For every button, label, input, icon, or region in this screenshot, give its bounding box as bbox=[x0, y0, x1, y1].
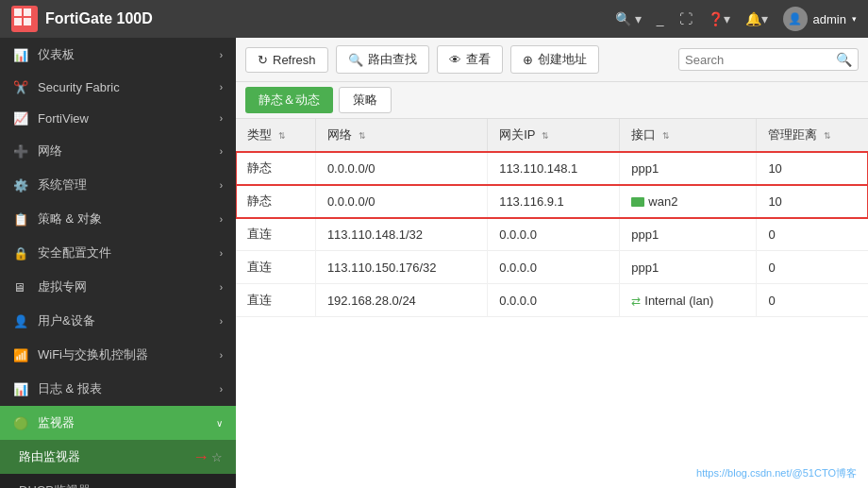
toolbar: ↻ Refresh 🔍 路由查找 👁 查看 ⊕ 创建地址 🔍 bbox=[236, 38, 868, 82]
fortigate-logo-icon bbox=[11, 6, 38, 32]
search-tool-btn[interactable]: 🔍 ▾ bbox=[615, 11, 642, 26]
sidebar-item-dashboard[interactable]: 📊 仪表板 › bbox=[0, 38, 236, 72]
sidebar-item-monitor[interactable]: 🟢 监视器 ∨ bbox=[0, 406, 236, 440]
policy-icon: 📋 bbox=[13, 212, 30, 227]
cell-distance: 10 bbox=[757, 185, 868, 218]
users-arrow-icon: › bbox=[220, 316, 223, 327]
tabs-row: 静态＆动态 策略 bbox=[236, 82, 868, 119]
col-iface[interactable]: 接口 ⇅ bbox=[620, 119, 757, 152]
sidebar-label-route-monitor: 路由监视器 bbox=[19, 448, 208, 465]
route-monitor-arrow-indicator: → bbox=[192, 447, 209, 467]
cell-gateway: 113.116.9.1 bbox=[488, 185, 620, 218]
sidebar-label-dashboard: 仪表板 bbox=[38, 46, 220, 63]
sidebar-label-wifi: WiFi与交换机控制器 bbox=[38, 346, 220, 363]
sort-type-icon: ⇅ bbox=[278, 131, 286, 141]
header-tools: 🔍 ▾ _ ⛶ ❓▾ 🔔▾ 👤 admin ▾ bbox=[615, 7, 857, 31]
col-distance[interactable]: 管理距离 ⇅ bbox=[757, 119, 868, 152]
cell-type: 直连 bbox=[236, 284, 315, 317]
refresh-label: Refresh bbox=[273, 53, 316, 67]
fullscreen-tool-btn[interactable]: ⛶ bbox=[679, 11, 693, 26]
favorite-star-icon[interactable]: ☆ bbox=[211, 450, 223, 464]
col-network[interactable]: 网络 ⇅ bbox=[315, 119, 487, 152]
view-icon: 👁 bbox=[449, 53, 461, 67]
bell-tool-btn[interactable]: 🔔▾ bbox=[745, 11, 768, 26]
main-content: ↻ Refresh 🔍 路由查找 👁 查看 ⊕ 创建地址 🔍 静态＆动态 bbox=[236, 38, 868, 488]
vpn-icon: 🖥 bbox=[13, 280, 30, 294]
table-row: 直连113.110.150.176/320.0.0.0ppp10 bbox=[236, 251, 868, 284]
sidebar-item-system[interactable]: ⚙️ 系统管理 › bbox=[0, 168, 236, 202]
svg-rect-4 bbox=[24, 18, 31, 25]
fortiview-icon: 📈 bbox=[13, 111, 30, 126]
sort-network-icon: ⇅ bbox=[359, 131, 366, 141]
user-menu[interactable]: 👤 admin ▾ bbox=[783, 7, 857, 31]
svg-rect-1 bbox=[14, 8, 22, 16]
sort-distance-icon: ⇅ bbox=[824, 131, 831, 141]
sidebar-label-system: 系统管理 bbox=[38, 177, 220, 194]
create-button[interactable]: ⊕ 创建地址 bbox=[510, 45, 599, 74]
cell-gateway: 0.0.0.0 bbox=[488, 251, 620, 284]
sidebar-item-fortiview[interactable]: 📈 FortiView › bbox=[0, 103, 236, 134]
iface-swap-icon: ⇄ bbox=[631, 294, 641, 308]
col-gateway[interactable]: 网关IP ⇅ bbox=[488, 119, 620, 152]
watermark: https://blog.csdn.net/@51CTO博客 bbox=[696, 466, 857, 480]
route-search-icon: 🔍 bbox=[348, 53, 363, 67]
sidebar-label-security-fabric: Security Fabric bbox=[38, 80, 220, 94]
table-row: 直连113.110.148.1/320.0.0.0ppp10 bbox=[236, 218, 868, 251]
cell-network: 113.110.148.1/32 bbox=[315, 218, 487, 251]
sidebar-item-wifi[interactable]: 📶 WiFi与交换机控制器 › bbox=[0, 338, 236, 372]
wifi-arrow-icon: › bbox=[220, 350, 223, 361]
cell-iface: ⇄Internal (lan) bbox=[620, 284, 757, 317]
sidebar-label-dhcp-monitor: DHCP监视器 bbox=[19, 482, 223, 488]
security-profile-arrow-icon: › bbox=[220, 248, 223, 259]
cell-gateway: 0.0.0.0 bbox=[488, 218, 620, 251]
cell-network: 192.168.28.0/24 bbox=[315, 284, 487, 317]
refresh-button[interactable]: ↻ Refresh bbox=[245, 47, 328, 73]
cell-distance: 0 bbox=[757, 251, 868, 284]
cell-type: 静态 bbox=[236, 152, 315, 185]
sidebar-item-vpn[interactable]: 🖥 虚拟专网 › bbox=[0, 270, 236, 304]
route-search-button[interactable]: 🔍 路由查找 bbox=[336, 45, 429, 74]
cell-network: 0.0.0.0/0 bbox=[315, 152, 487, 185]
policy-arrow-icon: › bbox=[220, 214, 223, 225]
users-icon: 👤 bbox=[13, 314, 30, 328]
cell-distance: 0 bbox=[757, 218, 868, 251]
avatar: 👤 bbox=[783, 7, 808, 31]
sidebar-label-fortiview: FortiView bbox=[38, 111, 220, 126]
svg-rect-2 bbox=[24, 8, 31, 16]
help-tool-btn[interactable]: ❓▾ bbox=[708, 11, 730, 26]
sidebar-item-dhcp-monitor[interactable]: DHCP监视器 bbox=[0, 474, 236, 488]
tab-static-dynamic[interactable]: 静态＆动态 bbox=[245, 87, 333, 113]
fortiview-arrow-icon: › bbox=[220, 113, 223, 124]
view-button[interactable]: 👁 查看 bbox=[437, 45, 503, 74]
sidebar-item-logs[interactable]: 📊 日志 & 报表 › bbox=[0, 372, 236, 406]
sidebar-item-security-fabric[interactable]: ✂️ Security Fabric › bbox=[0, 72, 236, 103]
sidebar-item-network[interactable]: ➕ 网络 › bbox=[0, 134, 236, 168]
cell-network: 0.0.0.0/0 bbox=[315, 185, 487, 218]
create-label: 创建地址 bbox=[538, 51, 587, 68]
iface-green-icon bbox=[631, 197, 644, 207]
sidebar-label-security-profile: 安全配置文件 bbox=[38, 244, 220, 261]
route-search-label: 路由查找 bbox=[368, 51, 417, 68]
system-icon: ⚙️ bbox=[13, 178, 30, 193]
sidebar-item-users[interactable]: 👤 用户&设备 › bbox=[0, 304, 236, 338]
sidebar-label-users: 用户&设备 bbox=[38, 312, 220, 329]
security-fabric-icon: ✂️ bbox=[13, 80, 30, 94]
cell-iface: ppp1 bbox=[620, 152, 757, 185]
sidebar-item-route-monitor[interactable]: 路由监视器 → ☆ bbox=[0, 440, 236, 474]
search-submit-icon[interactable]: 🔍 bbox=[836, 52, 852, 67]
cell-gateway: 0.0.0.0 bbox=[488, 284, 620, 317]
sidebar-item-security-profile[interactable]: 🔒 安全配置文件 › bbox=[0, 236, 236, 270]
cell-type: 直连 bbox=[236, 218, 315, 251]
dashboard-arrow-icon: › bbox=[220, 50, 223, 60]
search-input[interactable] bbox=[685, 53, 836, 67]
monitor-icon: 🟢 bbox=[13, 416, 30, 430]
wifi-icon: 📶 bbox=[13, 348, 30, 362]
terminal-tool-btn[interactable]: _ bbox=[657, 11, 664, 26]
tab-policy[interactable]: 策略 bbox=[339, 87, 392, 113]
sidebar-label-network: 网络 bbox=[38, 143, 220, 160]
search-box: 🔍 bbox=[678, 48, 859, 71]
sidebar-label-policy: 策略 & 对象 bbox=[38, 210, 220, 227]
col-type[interactable]: 类型 ⇅ bbox=[236, 119, 315, 152]
sidebar-item-policy[interactable]: 📋 策略 & 对象 › bbox=[0, 202, 236, 236]
table-row: 直连192.168.28.0/240.0.0.0⇄Internal (lan)0 bbox=[236, 284, 868, 317]
